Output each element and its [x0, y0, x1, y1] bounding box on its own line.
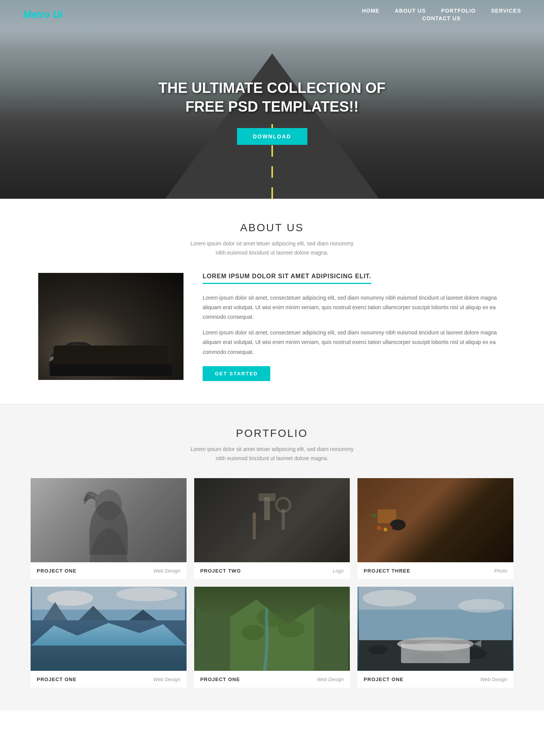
nav-portfolio[interactable]: PORTFOLIO [441, 8, 476, 14]
portfolio-item-6[interactable]: PROJECT ONE Web Design [357, 587, 513, 688]
nav-about[interactable]: ABOUT US [395, 8, 426, 14]
project-type-1: Web Design [153, 568, 180, 574]
about-para-1: Lorem ipsum dolor sit amet, consectetuer… [203, 293, 506, 322]
food-visual [357, 478, 513, 562]
nav-row-1: HOME ABOUT US PORTFOLIO SERVICES [362, 8, 521, 14]
svg-point-0 [95, 490, 122, 520]
portfolio-caption-5: PROJECT ONE Web Design [194, 671, 350, 688]
portfolio-img-2 [194, 478, 350, 562]
portfolio-grid: PROJECT ONE Web Design [31, 478, 513, 688]
portfolio-caption-1: PROJECT ONE Web Design [31, 562, 187, 579]
car-body [50, 330, 172, 376]
svg-rect-2 [258, 493, 276, 501]
nav-services[interactable]: SERVICES [491, 8, 521, 14]
svg-point-11 [384, 528, 388, 532]
portfolio-img-3 [357, 478, 513, 562]
about-heading: LOREM IPSUM DOLOR SIT AMET ADIPISICING E… [203, 273, 371, 284]
svg-point-12 [390, 526, 393, 529]
project-name-2: PROJECT TWO [200, 568, 241, 574]
get-started-button[interactable]: GET STARTED [203, 366, 270, 381]
project-type-4: Web Design [153, 677, 180, 682]
hero-title: THE ULTIMATE COLLECTION OF FREE PSD TEMP… [159, 79, 386, 117]
img-overlay-5 [194, 587, 350, 671]
about-para-2: Lorem ipsum dolor sit amet, consectetuer… [203, 328, 506, 357]
hero-section: Metro Ui HOME ABOUT US PORTFOLIO SERVICE… [0, 0, 544, 199]
navbar: Metro Ui HOME ABOUT US PORTFOLIO SERVICE… [0, 0, 544, 25]
svg-point-10 [377, 526, 382, 530]
img-overlay-4 [31, 587, 187, 671]
nav-links: HOME ABOUT US PORTFOLIO SERVICES CONTACT… [362, 8, 521, 21]
project-name-3: PROJECT THREE [364, 568, 410, 574]
project-name-5: PROJECT ONE [200, 677, 240, 682]
svg-point-13 [371, 513, 378, 518]
nav-home[interactable]: HOME [362, 8, 380, 14]
about-section: ABOUT US Lorem ipsum dolor sit amet tetu… [0, 199, 544, 404]
about-image [38, 273, 183, 380]
car-visual [38, 273, 183, 380]
about-title: ABOUT US [38, 222, 506, 234]
project-type-3: Photo [494, 568, 507, 574]
portfolio-item-5[interactable]: PROJECT ONE Web Design [194, 587, 350, 688]
portfolio-caption-2: PROJECT TWO Logo [194, 562, 350, 579]
portfolio-item-3[interactable]: PROJECT THREE Photo [357, 478, 513, 579]
about-text-block: LOREM IPSUM DOLOR SIT AMET ADIPISICING E… [203, 273, 506, 381]
portfolio-img-6 [357, 587, 513, 671]
portfolio-img-1 [31, 478, 187, 562]
portfolio-section: PORTFOLIO Lorem ipsum dolor sit amet tet… [0, 404, 544, 711]
project-name-4: PROJECT ONE [37, 677, 76, 682]
tools-icons [194, 478, 350, 562]
svg-point-22 [78, 634, 139, 646]
project-name-1: PROJECT ONE [37, 568, 76, 574]
project-type-2: Logo [333, 568, 344, 574]
nav-contact[interactable]: CONTACT US [422, 15, 461, 21]
svg-marker-6 [252, 513, 257, 518]
portfolio-img-4 [31, 587, 187, 671]
project-name-6: PROJECT ONE [364, 677, 403, 682]
portfolio-item-2[interactable]: PROJECT TWO Logo [194, 478, 350, 579]
about-subtitle: Lorem ipsum dolor sit amet tetuer adipis… [186, 239, 358, 258]
brand-logo[interactable]: Metro Ui [23, 9, 63, 21]
project-type-6: Web Design [480, 677, 507, 682]
portfolio-img-5 [194, 587, 350, 671]
hero-content: THE ULTIMATE COLLECTION OF FREE PSD TEMP… [159, 79, 386, 145]
portfolio-item-4[interactable]: PROJECT ONE Web Design [31, 587, 187, 688]
nav-row-2: CONTACT US [422, 15, 461, 21]
svg-rect-4 [282, 509, 285, 530]
person-silhouette-1 [82, 486, 135, 562]
download-button[interactable]: DOWNLOAD [237, 128, 307, 145]
food-svg [365, 486, 412, 555]
portfolio-item-1[interactable]: PROJECT ONE Web Design [31, 478, 187, 579]
tools-svg [237, 486, 306, 555]
img-overlay-6 [357, 587, 513, 671]
svg-point-9 [391, 519, 405, 527]
portfolio-caption-3: PROJECT THREE Photo [357, 562, 513, 579]
portfolio-title: PORTFOLIO [31, 427, 513, 440]
portfolio-caption-6: PROJECT ONE Web Design [357, 671, 513, 688]
portfolio-caption-4: PROJECT ONE Web Design [31, 671, 187, 688]
portfolio-subtitle: Lorem ipsum dolor sit amet tetuer adipis… [186, 445, 358, 463]
project-type-5: Web Design [317, 677, 344, 682]
about-content-block: LOREM IPSUM DOLOR SIT AMET ADIPISICING E… [38, 273, 506, 381]
